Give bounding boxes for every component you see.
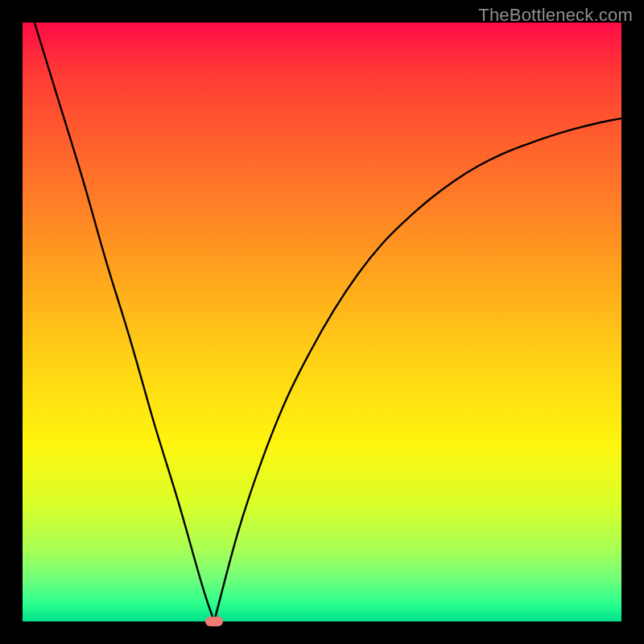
chart-frame: TheBottleneck.com [0,0,644,644]
watermark-label: TheBottleneck.com [478,5,633,26]
min-marker [205,617,223,626]
plot-gradient-area [23,23,621,621]
